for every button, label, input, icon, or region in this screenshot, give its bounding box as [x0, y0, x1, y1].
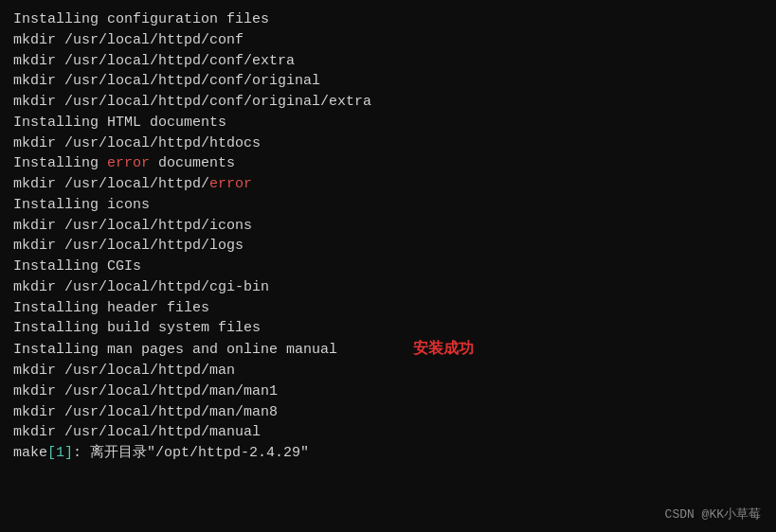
- terminal-line: mkdir /usr/local/httpd/man/man8: [13, 402, 763, 423]
- success-label: 安装成功: [413, 339, 474, 361]
- terminal-line: Installing man pages and online manual安装…: [13, 339, 763, 361]
- terminal-line: Installing icons: [13, 195, 763, 216]
- terminal-line: Installing header files: [13, 298, 763, 319]
- terminal-line: mkdir /usr/local/httpd/conf/extra: [13, 51, 763, 72]
- terminal-line: Installing error documents: [13, 153, 763, 174]
- terminal-line: make[1]: 离开目录"/opt/httpd-2.4.29": [13, 443, 763, 464]
- terminal-line: Installing configuration files: [13, 9, 763, 30]
- terminal-text-segment: mkdir /usr/local/httpd/htdocs: [13, 135, 261, 151]
- terminal-text-segment: documents: [150, 155, 235, 171]
- terminal-text-segment: mkdir /usr/local/httpd/icons: [13, 218, 252, 234]
- terminal-text-segment: mkdir /usr/local/httpd/conf: [13, 32, 244, 48]
- terminal-text-segment: mkdir /usr/local/httpd/conf/extra: [13, 53, 295, 69]
- terminal-text-segment: error: [107, 155, 150, 171]
- terminal-line: mkdir /usr/local/httpd/man/man1: [13, 381, 763, 402]
- terminal-line: mkdir /usr/local/httpd/conf: [13, 30, 763, 51]
- terminal-text-segment: mkdir /usr/local/httpd/man/man8: [13, 404, 278, 420]
- terminal-line: mkdir /usr/local/httpd/icons: [13, 216, 763, 237]
- terminal-line: mkdir /usr/local/httpd/error: [13, 174, 763, 195]
- terminal-text-segment: [1]: [47, 445, 73, 461]
- terminal-text-segment: mkdir /usr/local/httpd/conf/original/ext…: [13, 94, 371, 110]
- terminal-line: mkdir /usr/local/httpd/logs: [13, 236, 763, 257]
- terminal-line: Installing CGIs: [13, 257, 763, 277]
- terminal-line: mkdir /usr/local/httpd/htdocs: [13, 133, 763, 154]
- terminal-text-segment: mkdir /usr/local/httpd/man/man1: [13, 383, 278, 399]
- watermark: CSDN @KK小草莓: [665, 505, 761, 523]
- terminal-text-segment: mkdir /usr/local/httpd/manual: [13, 424, 261, 440]
- terminal-text-segment: Installing CGIs: [13, 258, 141, 275]
- terminal-text-segment: Installing icons: [13, 197, 150, 213]
- terminal-line: mkdir /usr/local/httpd/conf/original/ext…: [13, 92, 763, 113]
- terminal-text-segment: mkdir /usr/local/httpd/: [13, 176, 209, 192]
- terminal-text-segment: mkdir /usr/local/httpd/conf/original: [13, 73, 320, 89]
- terminal-text-segment: make: [13, 445, 47, 461]
- terminal-text-segment: mkdir /usr/local/httpd/cgi-bin: [13, 279, 269, 295]
- terminal-output: Installing configuration filesmkdir /usr…: [13, 9, 763, 464]
- terminal-text-segment: mkdir /usr/local/httpd/logs: [13, 238, 244, 254]
- terminal-text-segment: Installing header files: [13, 300, 209, 316]
- terminal-text-segment: mkdir /usr/local/httpd/man: [13, 363, 235, 379]
- terminal-window: Installing configuration filesmkdir /usr…: [0, 0, 776, 532]
- terminal-line: mkdir /usr/local/httpd/conf/original: [13, 71, 763, 92]
- terminal-line: Installing HTML documents: [13, 113, 763, 133]
- terminal-line: mkdir /usr/local/httpd/man: [13, 361, 763, 381]
- terminal-text-segment: Installing HTML documents: [13, 115, 226, 131]
- terminal-line: mkdir /usr/local/httpd/cgi-bin: [13, 277, 763, 298]
- terminal-text-segment: Installing: [13, 155, 107, 171]
- terminal-text-segment: Installing configuration files: [13, 11, 269, 27]
- terminal-text-segment: : 离开目录"/opt/httpd-2.4.29": [73, 445, 309, 461]
- terminal-line: mkdir /usr/local/httpd/manual: [13, 422, 763, 443]
- terminal-text-segment: error: [209, 176, 252, 192]
- terminal-text-segment: Installing man pages and online manual: [13, 342, 337, 358]
- terminal-text-segment: Installing build system files: [13, 320, 261, 336]
- terminal-line: Installing build system files: [13, 318, 763, 339]
